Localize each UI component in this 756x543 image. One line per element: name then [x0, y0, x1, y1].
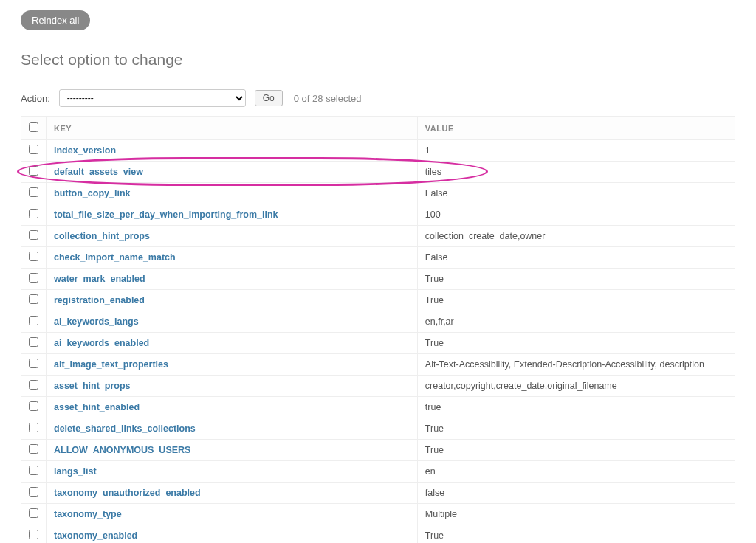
row-checkbox[interactable]	[29, 466, 38, 475]
row-value-cell: tiles	[417, 162, 735, 183]
row-value-cell: True	[417, 269, 735, 290]
row-checkbox[interactable]	[29, 316, 38, 325]
row-value-cell: 1	[417, 140, 735, 162]
row-checkbox-cell	[21, 226, 47, 247]
row-key-cell: collection_hint_props	[47, 226, 418, 247]
row-checkbox-cell	[21, 525, 47, 544]
row-key-cell: asset_hint_props	[47, 376, 418, 397]
row-value-cell: collection_create_date,owner	[417, 226, 735, 247]
row-checkbox-cell	[21, 376, 47, 397]
row-checkbox[interactable]	[29, 187, 38, 197]
option-link[interactable]: taxonomy_type	[54, 509, 122, 519]
header-key[interactable]: KEY	[47, 117, 418, 140]
table-row: asset_hint_propscreator,copyright,create…	[21, 376, 735, 397]
row-value-cell: creator,copyright,create_date,original_f…	[417, 376, 735, 397]
row-checkbox[interactable]	[29, 337, 38, 347]
row-checkbox[interactable]	[29, 423, 38, 432]
table-row: default_assets_viewtiles	[21, 162, 735, 183]
row-checkbox-cell	[21, 140, 47, 162]
table-row: delete_shared_links_collectionsTrue	[21, 418, 735, 440]
table-row: index_version1	[21, 140, 735, 162]
option-link[interactable]: check_import_name_match	[54, 252, 176, 263]
row-key-cell: button_copy_link	[47, 183, 418, 204]
row-checkbox[interactable]	[29, 508, 38, 518]
option-link[interactable]: asset_hint_props	[54, 381, 131, 391]
row-checkbox[interactable]	[29, 252, 38, 261]
row-value-cell: True	[417, 418, 735, 440]
row-value-cell: en,fr,ar	[417, 311, 735, 333]
go-button[interactable]: Go	[255, 90, 283, 106]
option-link[interactable]: registration_enabled	[54, 295, 145, 305]
row-value-cell: false	[417, 483, 735, 504]
actions-bar: Action: --------- Go 0 of 28 selected	[21, 89, 735, 107]
row-key-cell: taxonomy_enabled	[47, 525, 418, 544]
table-row: taxonomy_enabledTrue	[21, 525, 735, 544]
row-checkbox-cell	[21, 397, 47, 418]
option-link[interactable]: alt_image_text_properties	[54, 359, 168, 370]
row-key-cell: taxonomy_unauthorized_enabled	[47, 483, 418, 504]
table-row: ai_keywords_enabledTrue	[21, 333, 735, 354]
option-link[interactable]: collection_hint_props	[54, 231, 150, 241]
row-key-cell: ALLOW_ANONYMOUS_USERS	[47, 440, 418, 461]
row-checkbox[interactable]	[29, 444, 38, 454]
row-key-cell: alt_image_text_properties	[47, 354, 418, 376]
row-value-cell: 100	[417, 204, 735, 226]
row-key-cell: ai_keywords_enabled	[47, 333, 418, 354]
row-key-cell: delete_shared_links_collections	[47, 418, 418, 440]
row-key-cell: taxonomy_type	[47, 504, 418, 525]
row-checkbox-cell	[21, 483, 47, 504]
row-checkbox[interactable]	[29, 273, 38, 283]
row-key-cell: default_assets_view	[47, 162, 418, 183]
row-checkbox[interactable]	[29, 209, 38, 218]
row-value-cell: True	[417, 290, 735, 311]
option-link[interactable]: button_copy_link	[54, 188, 130, 198]
header-value[interactable]: VALUE	[417, 117, 735, 140]
row-key-cell: total_file_size_per_day_when_importing_f…	[47, 204, 418, 226]
header-checkbox-col	[21, 117, 47, 140]
table-row: registration_enabledTrue	[21, 290, 735, 311]
row-checkbox[interactable]	[29, 530, 38, 539]
option-link[interactable]: ALLOW_ANONYMOUS_USERS	[54, 445, 190, 455]
option-link[interactable]: taxonomy_enabled	[54, 530, 137, 541]
row-key-cell: langs_list	[47, 461, 418, 483]
row-key-cell: water_mark_enabled	[47, 269, 418, 290]
option-link[interactable]: langs_list	[54, 466, 97, 477]
row-key-cell: registration_enabled	[47, 290, 418, 311]
row-checkbox-cell	[21, 418, 47, 440]
row-checkbox-cell	[21, 247, 47, 269]
row-checkbox[interactable]	[29, 487, 38, 497]
table-row: taxonomy_unauthorized_enabledfalse	[21, 483, 735, 504]
row-checkbox[interactable]	[29, 230, 38, 240]
table-row: check_import_name_matchFalse	[21, 247, 735, 269]
table-row: button_copy_linkFalse	[21, 183, 735, 204]
option-link[interactable]: taxonomy_unauthorized_enabled	[54, 488, 201, 498]
option-link[interactable]: default_assets_view	[54, 167, 143, 177]
option-link[interactable]: ai_keywords_enabled	[54, 338, 149, 348]
option-link[interactable]: delete_shared_links_collections	[54, 423, 196, 434]
table-row: langs_listen	[21, 461, 735, 483]
option-link[interactable]: asset_hint_enabled	[54, 402, 140, 412]
row-checkbox[interactable]	[29, 359, 38, 368]
row-checkbox-cell	[21, 204, 47, 226]
reindex-all-button[interactable]: Reindex all	[21, 10, 90, 30]
row-checkbox[interactable]	[29, 380, 38, 390]
row-checkbox-cell	[21, 183, 47, 204]
table-row: total_file_size_per_day_when_importing_f…	[21, 204, 735, 226]
option-link[interactable]: total_file_size_per_day_when_importing_f…	[54, 210, 278, 220]
row-value-cell: False	[417, 183, 735, 204]
select-all-checkbox[interactable]	[29, 122, 38, 132]
action-label: Action:	[21, 93, 50, 104]
option-link[interactable]: ai_keywords_langs	[54, 317, 139, 327]
row-value-cell: True	[417, 333, 735, 354]
action-select[interactable]: ---------	[59, 89, 246, 107]
options-table: KEY VALUE index_version1default_assets_v…	[21, 116, 735, 543]
row-checkbox[interactable]	[29, 401, 38, 411]
row-checkbox-cell	[21, 354, 47, 376]
row-checkbox[interactable]	[29, 145, 38, 154]
option-link[interactable]: water_mark_enabled	[54, 274, 145, 284]
option-link[interactable]: index_version	[54, 145, 116, 156]
table-row: ai_keywords_langsen,fr,ar	[21, 311, 735, 333]
row-checkbox[interactable]	[29, 166, 38, 176]
row-checkbox-cell	[21, 440, 47, 461]
row-checkbox[interactable]	[29, 294, 38, 304]
